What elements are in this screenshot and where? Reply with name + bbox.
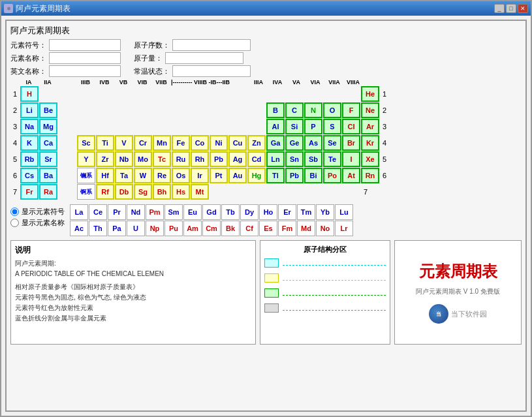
radio-symbol[interactable]: 显示元素符号 xyxy=(10,207,65,217)
element-Sc[interactable]: Sc xyxy=(77,135,95,151)
element-Yb[interactable]: Yb xyxy=(316,204,334,220)
element-La[interactable]: La xyxy=(70,204,88,220)
element-Am[interactable]: Am xyxy=(183,221,202,236)
element-Be[interactable]: Be xyxy=(39,102,57,118)
element-Na[interactable]: Na xyxy=(20,119,39,134)
element-Cs[interactable]: Cs xyxy=(20,168,39,183)
element-Kr[interactable]: Kr xyxy=(361,135,379,151)
element-Mt[interactable]: Mt xyxy=(191,184,209,200)
close-button[interactable]: ✕ xyxy=(518,4,528,13)
element-Fe[interactable]: Fe xyxy=(172,135,190,151)
element-Cf[interactable]: Cf xyxy=(240,221,258,236)
element-Gd[interactable]: Gd xyxy=(202,204,221,220)
symbol-input[interactable] xyxy=(49,39,121,51)
element-Pd[interactable]: Pb xyxy=(210,151,228,167)
element-S[interactable]: S xyxy=(323,119,341,134)
element-Mn[interactable]: Mn xyxy=(153,135,171,151)
name-input[interactable] xyxy=(49,52,121,64)
element-Xe[interactable]: Xe xyxy=(361,151,379,167)
element-Br[interactable]: Br xyxy=(342,135,360,151)
element-Fm[interactable]: Fm xyxy=(278,221,296,236)
element-Cm[interactable]: Cm xyxy=(202,221,221,236)
element-Bk[interactable]: Bk xyxy=(221,221,240,236)
element-Lr[interactable]: Lr xyxy=(335,221,353,236)
element-I[interactable]: I xyxy=(342,151,360,167)
element-Mo[interactable]: Mo xyxy=(134,151,152,167)
element-Li[interactable]: Li xyxy=(20,102,39,118)
element-Ra[interactable]: Ra xyxy=(39,184,57,200)
element-Rf[interactable]: Rf xyxy=(96,184,114,200)
element-Tl[interactable]: Tl xyxy=(266,168,285,183)
element-Sg[interactable]: Sg xyxy=(134,184,152,200)
element-Te[interactable]: Te xyxy=(323,151,341,167)
radio-name[interactable]: 显示元素名称 xyxy=(10,218,65,228)
element-Ti[interactable]: Ti xyxy=(96,135,114,151)
element-Mg[interactable]: Mg xyxy=(39,119,57,134)
element-Al[interactable]: Al xyxy=(266,119,285,134)
element-Se[interactable]: Se xyxy=(323,135,341,151)
element-actinide-ref[interactable]: 锕系 xyxy=(77,184,95,200)
element-In[interactable]: Ln xyxy=(266,151,285,167)
radio-name-input[interactable] xyxy=(10,219,19,227)
element-Sm[interactable]: Sm xyxy=(164,204,183,220)
element-Cr[interactable]: Cr xyxy=(134,135,152,151)
element-Pb[interactable]: Pb xyxy=(285,168,304,183)
element-Er[interactable]: Er xyxy=(278,204,296,220)
element-lanthanide-ref[interactable]: 镧系 xyxy=(77,168,95,183)
element-Pu[interactable]: Pu xyxy=(164,221,183,236)
element-Dy[interactable]: Dy xyxy=(240,204,258,220)
element-Co[interactable]: Co xyxy=(191,135,209,151)
element-V[interactable]: V xyxy=(115,135,133,151)
minimize-button[interactable]: _ xyxy=(494,4,505,13)
element-Sn[interactable]: Sn xyxy=(285,151,304,167)
element-Pt[interactable]: Pt xyxy=(210,168,228,183)
element-Y[interactable]: Y xyxy=(77,151,95,167)
state-input[interactable] xyxy=(172,65,251,77)
weight-input[interactable] xyxy=(165,52,243,64)
element-Ag[interactable]: Ag xyxy=(228,151,247,167)
element-Os[interactable]: Os xyxy=(172,168,190,183)
element-Ho[interactable]: Ho xyxy=(259,204,277,220)
element-Hf[interactable]: Hf xyxy=(96,168,114,183)
element-Fr[interactable]: Fr xyxy=(20,184,39,200)
element-Rb[interactable]: Rb xyxy=(20,151,39,167)
element-Db[interactable]: Db xyxy=(115,184,133,200)
element-Sr[interactable]: Sr xyxy=(39,151,57,167)
element-Ir[interactable]: Ir xyxy=(191,168,209,183)
maximize-button[interactable]: □ xyxy=(506,4,516,13)
element-Bh[interactable]: Bh xyxy=(153,184,171,200)
element-Ta[interactable]: Ta xyxy=(115,168,133,183)
element-Tm[interactable]: Tm xyxy=(297,204,315,220)
element-Nb[interactable]: Nb xyxy=(115,151,133,167)
element-Cu[interactable]: Cu xyxy=(228,135,247,151)
element-He[interactable]: He xyxy=(361,86,379,102)
element-Ga[interactable]: Ga xyxy=(266,135,285,151)
element-Rh[interactable]: Rh xyxy=(191,151,209,167)
element-U[interactable]: U xyxy=(127,221,145,236)
english-input[interactable] xyxy=(49,65,121,77)
element-Tb[interactable]: Tb xyxy=(221,204,240,220)
element-H[interactable]: H xyxy=(20,86,39,102)
element-Np[interactable]: Np xyxy=(146,221,164,236)
element-Pm[interactable]: Pm xyxy=(146,204,164,220)
element-Eu[interactable]: Eu xyxy=(183,204,202,220)
element-Si[interactable]: Si xyxy=(285,119,304,134)
element-Pa[interactable]: Pa xyxy=(108,221,126,236)
element-Ca[interactable]: Ca xyxy=(39,135,57,151)
element-Bi[interactable]: Bi xyxy=(304,168,322,183)
element-K[interactable]: K xyxy=(20,135,39,151)
element-Zn[interactable]: Zn xyxy=(247,135,266,151)
element-Cd[interactable]: Cd xyxy=(247,151,266,167)
element-P[interactable]: P xyxy=(304,119,322,134)
element-Nd[interactable]: Nd xyxy=(127,204,145,220)
element-O[interactable]: O xyxy=(323,102,341,118)
element-Ru[interactable]: Ru xyxy=(172,151,190,167)
element-Po[interactable]: Po xyxy=(323,168,341,183)
element-Ac[interactable]: Ac xyxy=(70,221,88,236)
element-Zr[interactable]: Zr xyxy=(96,151,114,167)
element-Re[interactable]: Re xyxy=(153,168,171,183)
number-input[interactable] xyxy=(172,39,251,51)
element-Th[interactable]: Th xyxy=(89,221,107,236)
element-Ce[interactable]: Ce xyxy=(89,204,107,220)
radio-symbol-input[interactable] xyxy=(10,208,19,216)
